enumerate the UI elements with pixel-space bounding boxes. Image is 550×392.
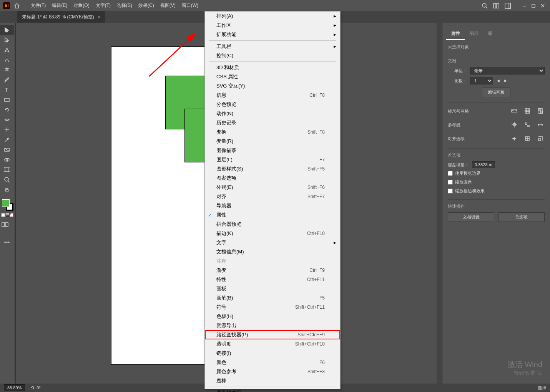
menu-item-s[interactable]: 图形样式(S)Shift+F5 bbox=[205, 164, 340, 174]
tab-close-icon[interactable]: × bbox=[98, 14, 101, 20]
guides-toggle-icon[interactable] bbox=[510, 121, 518, 129]
document-setup-button[interactable]: 文档设置 bbox=[448, 212, 494, 222]
artboard-next-icon[interactable]: ► bbox=[503, 78, 508, 83]
menu-item-[interactable]: 颜色F6 bbox=[205, 358, 340, 367]
unit-select[interactable]: 毫米 bbox=[470, 67, 545, 74]
panel-drag-handle[interactable] bbox=[442, 23, 550, 28]
menu-item-[interactable]: 图形样式库▶ bbox=[205, 388, 340, 392]
document-tab[interactable]: 未标题-1* @ 88.89 % (CMYK/预览) × bbox=[17, 11, 105, 23]
rectangle-tool[interactable] bbox=[0, 95, 14, 105]
menu-item-a[interactable]: 排列(A)▶ bbox=[205, 12, 340, 21]
scale-corners-checkbox[interactable] bbox=[448, 180, 453, 185]
menu-item-[interactable]: 魔棒 bbox=[205, 376, 340, 385]
rotate-tool[interactable] bbox=[0, 105, 14, 115]
hand-tool[interactable] bbox=[0, 185, 14, 195]
zoom-field[interactable]: 88.89% bbox=[4, 384, 25, 391]
menu-item-[interactable]: 导航器 bbox=[205, 201, 340, 210]
menu-item-p[interactable]: 路径查找器(P)Shift+Ctrl+F9 bbox=[205, 330, 340, 339]
gradient-tool[interactable] bbox=[0, 145, 14, 155]
zoom-tool[interactable] bbox=[0, 175, 14, 185]
selection-tool[interactable] bbox=[0, 25, 14, 35]
grid-icon[interactable] bbox=[523, 107, 532, 115]
menu-item-svgy[interactable]: SVG 交互(Y) bbox=[205, 81, 340, 91]
color-mode-solid[interactable] bbox=[1, 213, 5, 217]
snap-to-point-icon[interactable] bbox=[510, 134, 518, 143]
menu-item-l[interactable]: 图层(L)F7 bbox=[205, 155, 340, 164]
menu-edit[interactable]: 编辑(E) bbox=[49, 0, 70, 12]
menu-item-c[interactable]: 控制(C) bbox=[205, 51, 340, 60]
artboard-select[interactable]: 1 bbox=[470, 77, 493, 84]
maximize-button[interactable] bbox=[529, 2, 538, 9]
menu-item-3d[interactable]: 3D 和材质 bbox=[205, 63, 340, 72]
menu-item-n[interactable]: 动作(N) bbox=[205, 109, 340, 118]
guides-lock-icon[interactable] bbox=[536, 121, 545, 129]
menu-item-m[interactable]: 文档信息(M) bbox=[205, 247, 340, 256]
menu-item-[interactable]: 属性 bbox=[205, 210, 340, 220]
menu-select[interactable]: 选择(S) bbox=[114, 0, 135, 12]
menu-item-[interactable]: 资源导出 bbox=[205, 321, 340, 330]
ruler-icon[interactable] bbox=[510, 107, 518, 115]
free-transform-tool[interactable] bbox=[0, 125, 14, 135]
fill-color[interactable] bbox=[2, 199, 10, 207]
close-button[interactable] bbox=[538, 2, 547, 9]
tab-properties[interactable]: 属性 bbox=[446, 28, 465, 40]
preview-bounds-checkbox[interactable] bbox=[448, 171, 453, 176]
menu-window[interactable]: 窗口(W) bbox=[179, 0, 201, 12]
menu-view[interactable]: 视图(V) bbox=[157, 0, 179, 12]
menu-item-h[interactable]: 色板(H) bbox=[205, 312, 340, 321]
magic-wand-tool[interactable] bbox=[0, 65, 14, 75]
fill-stroke-swatch[interactable]: / bbox=[0, 199, 15, 217]
transparency-grid-icon[interactable] bbox=[536, 107, 545, 115]
menu-item-[interactable]: 颜色参考Shift+F3 bbox=[205, 367, 340, 376]
home-icon[interactable] bbox=[14, 3, 20, 9]
eyedropper-tool[interactable] bbox=[0, 135, 14, 145]
color-mode-gradient[interactable] bbox=[5, 213, 9, 217]
artboard-prev-icon[interactable]: ◄ bbox=[496, 78, 500, 83]
minimize-button[interactable] bbox=[520, 2, 528, 9]
search-icon[interactable] bbox=[482, 3, 488, 9]
menu-item-css[interactable]: CSS 属性 bbox=[205, 72, 340, 81]
menu-item-i[interactable]: 链接(I) bbox=[205, 349, 340, 358]
menu-item-[interactable]: 对齐Shift+F7 bbox=[205, 192, 340, 201]
menu-item-[interactable]: 特性Ctrl+F11 bbox=[205, 275, 340, 284]
menu-item-[interactable]: 扩展功能▶ bbox=[205, 30, 340, 39]
pen-tool[interactable] bbox=[0, 45, 14, 55]
menu-type[interactable]: 文字(T) bbox=[93, 0, 114, 12]
menu-item-[interactable]: 信息Ctrl+F8 bbox=[205, 91, 340, 100]
menu-item-b[interactable]: 画笔(B)F5 bbox=[205, 293, 340, 303]
curvature-tool[interactable] bbox=[0, 55, 14, 65]
menu-item-r[interactable]: 变量(R) bbox=[205, 137, 340, 146]
menu-item-[interactable]: 文字▶ bbox=[205, 238, 340, 247]
type-tool[interactable]: T bbox=[0, 85, 14, 95]
draw-mode[interactable] bbox=[0, 221, 15, 230]
keyboard-increment-input[interactable] bbox=[472, 161, 495, 168]
menu-file[interactable]: 文件(F) bbox=[28, 0, 49, 12]
tab-libraries[interactable]: 库 bbox=[483, 28, 497, 40]
menu-object[interactable]: 对象(O) bbox=[70, 0, 92, 12]
edit-toolbar-button[interactable] bbox=[0, 237, 14, 247]
menu-item-k[interactable]: 描边(K)Ctrl+F10 bbox=[205, 229, 340, 238]
width-tool[interactable] bbox=[0, 115, 14, 125]
artboard-tool[interactable] bbox=[0, 165, 14, 175]
menu-item-[interactable]: 图像描摹 bbox=[205, 146, 340, 155]
snap-to-grid-icon[interactable] bbox=[523, 134, 532, 143]
arrange-docs-icon[interactable] bbox=[493, 3, 499, 9]
scale-strokes-checkbox[interactable] bbox=[448, 189, 453, 194]
menu-item-[interactable]: 工具栏▶ bbox=[205, 42, 340, 51]
menu-item-[interactable]: 历史记录 bbox=[205, 118, 340, 127]
menu-item-[interactable]: 透明度Shift+Ctrl+F10 bbox=[205, 339, 340, 349]
menu-effect[interactable]: 效果(C) bbox=[135, 0, 157, 12]
snap-to-pixel-icon[interactable] bbox=[536, 134, 545, 143]
menu-item-[interactable]: 分色预览 bbox=[205, 100, 340, 109]
menu-item-[interactable]: 画板 bbox=[205, 284, 340, 293]
smart-guides-icon[interactable] bbox=[523, 121, 532, 129]
preferences-button[interactable]: 首选项 bbox=[498, 212, 545, 222]
tab-layers[interactable]: 图层 bbox=[465, 28, 483, 40]
menu-item-e[interactable]: 外观(E)Shift+F6 bbox=[205, 183, 340, 192]
workspace-icon[interactable] bbox=[505, 3, 511, 9]
direct-selection-tool[interactable] bbox=[0, 35, 14, 45]
shape-builder-tool[interactable] bbox=[0, 155, 14, 165]
menu-item-[interactable]: 拼合器预览 bbox=[205, 220, 340, 229]
menu-item-[interactable]: 变换Shift+F8 bbox=[205, 127, 340, 137]
menu-item-[interactable]: 符号Shift+Ctrl+F11 bbox=[205, 303, 340, 312]
